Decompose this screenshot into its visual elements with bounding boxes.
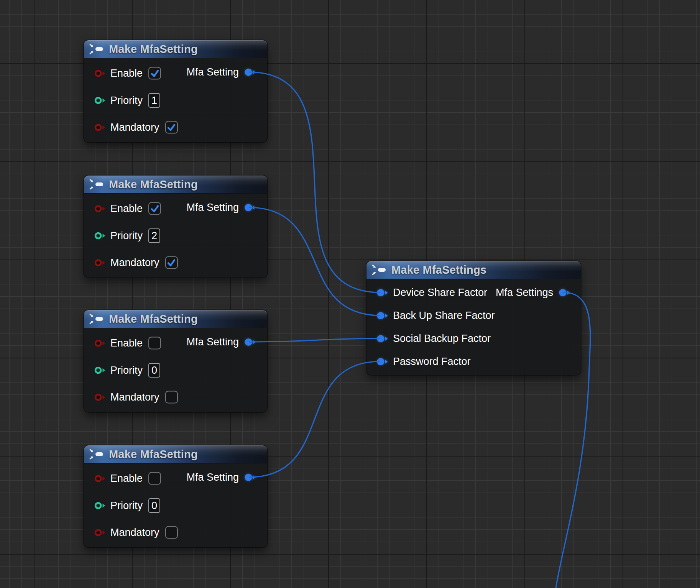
node-title: Make MfaSetting	[109, 178, 198, 191]
pin-label: Enable	[110, 337, 143, 349]
pin-row-output: Mfa Settings	[496, 287, 570, 299]
struct-pin-icon[interactable]	[376, 310, 388, 320]
pin-row-mandatory: Mandatory	[94, 391, 178, 404]
pin-label: Device Share Factor	[393, 287, 487, 299]
node-title: Make MfaSetting	[109, 313, 198, 325]
pin-row-social-backup-factor: Social Backup Factor	[376, 333, 491, 345]
struct-pin-icon[interactable]	[376, 356, 388, 366]
int-pin-icon[interactable]	[94, 501, 105, 510]
node-header[interactable]: Make MfaSetting	[84, 445, 267, 463]
pin-label: Back Up Share Factor	[393, 310, 495, 322]
pin-label: Mfa Settings	[496, 287, 553, 299]
struct-output-pin-icon[interactable]	[244, 202, 256, 212]
node-make-mfasettings[interactable]: Make MfaSettings Device Share Factor Bac…	[366, 261, 581, 375]
pin-label: Mfa Setting	[186, 336, 239, 348]
pin-label: Priority	[110, 500, 143, 512]
node-title: Make MfaSetting	[109, 43, 198, 56]
struct-output-pin-icon[interactable]	[244, 337, 256, 347]
bool-pin-icon[interactable]	[94, 338, 105, 348]
pin-label: Priority	[110, 95, 143, 107]
bool-pin-icon[interactable]	[94, 528, 105, 537]
node-make-mfasetting-3[interactable]: Make MfaSetting Enable Priority 0 Mandat…	[84, 310, 267, 412]
wire[interactable]	[249, 72, 380, 292]
pin-row-back-up-share-factor: Back Up Share Factor	[376, 310, 495, 322]
pin-row-priority: Priority 0	[94, 363, 160, 378]
node-header[interactable]: Make MfaSetting	[84, 40, 267, 58]
make-struct-icon	[89, 449, 105, 460]
pin-row-priority: Priority 1	[94, 93, 160, 108]
pin-row-enable: Enable	[94, 472, 161, 485]
mandatory-checkbox[interactable]	[165, 526, 178, 539]
node-title: Make MfaSetting	[109, 448, 198, 461]
bool-pin-icon[interactable]	[94, 474, 105, 483]
pin-label: Social Backup Factor	[393, 333, 491, 345]
struct-output-pin-icon[interactable]	[244, 67, 256, 77]
struct-output-pin-icon[interactable]	[558, 287, 570, 297]
bool-pin-icon[interactable]	[94, 393, 105, 402]
bool-pin-icon[interactable]	[94, 204, 105, 213]
priority-input[interactable]: 2	[148, 228, 160, 243]
int-pin-icon[interactable]	[94, 366, 105, 375]
pin-row-output: Mfa Setting	[186, 66, 256, 78]
enable-checkbox[interactable]	[148, 337, 161, 350]
pin-label: Mfa Setting	[186, 202, 239, 214]
struct-pin-icon[interactable]	[376, 287, 388, 297]
mandatory-checkbox[interactable]	[165, 121, 178, 134]
pin-row-enable: Enable	[94, 337, 161, 350]
make-struct-icon	[372, 264, 387, 275]
pin-row-output: Mfa Setting	[186, 336, 256, 348]
pin-label: Priority	[110, 365, 143, 376]
make-struct-icon	[89, 314, 105, 324]
pin-row-mandatory: Mandatory	[94, 121, 178, 134]
pin-row-output: Mfa Setting	[186, 202, 256, 214]
make-struct-icon	[89, 44, 105, 54]
int-pin-icon[interactable]	[94, 231, 105, 240]
blueprint-canvas[interactable]: Make MfaSetting Enable Priority 1 Mandat…	[0, 0, 700, 588]
node-make-mfasetting-2[interactable]: Make MfaSetting Enable Priority 2 Mandat…	[84, 176, 267, 278]
bool-pin-icon[interactable]	[94, 123, 105, 132]
make-struct-icon	[89, 179, 105, 190]
pin-row-mandatory: Mandatory	[94, 256, 178, 269]
mandatory-checkbox[interactable]	[165, 256, 178, 269]
pin-row-priority: Priority 0	[94, 498, 160, 513]
pin-row-password-factor: Password Factor	[376, 356, 471, 368]
pin-label: Password Factor	[393, 356, 471, 368]
pin-label: Mandatory	[110, 257, 159, 269]
node-header[interactable]: Make MfaSetting	[84, 176, 267, 193]
mandatory-checkbox[interactable]	[165, 391, 178, 404]
node-title: Make MfaSettings	[391, 264, 486, 276]
pin-row-enable: Enable	[94, 202, 161, 215]
pin-label: Mfa Setting	[186, 471, 239, 483]
int-pin-icon[interactable]	[94, 96, 105, 105]
enable-checkbox[interactable]	[148, 472, 161, 485]
struct-pin-icon[interactable]	[376, 333, 388, 343]
pin-row-output: Mfa Setting	[186, 471, 256, 483]
priority-input[interactable]: 0	[148, 498, 160, 513]
pin-row-enable: Enable	[94, 67, 161, 80]
node-header[interactable]: Make MfaSettings	[366, 261, 581, 279]
bool-pin-icon[interactable]	[94, 258, 105, 267]
pin-label: Mandatory	[110, 527, 159, 539]
pin-label: Mandatory	[110, 122, 159, 133]
node-header[interactable]: Make MfaSetting	[84, 310, 267, 328]
struct-output-pin-icon[interactable]	[244, 472, 256, 482]
enable-checkbox[interactable]	[148, 202, 161, 215]
priority-input[interactable]: 1	[148, 93, 160, 108]
wire[interactable]	[249, 207, 380, 315]
pin-row-device-share-factor: Device Share Factor	[376, 287, 487, 299]
pin-label: Mfa Setting	[186, 66, 239, 78]
bool-pin-icon[interactable]	[94, 69, 105, 78]
node-make-mfasetting-1[interactable]: Make MfaSetting Enable Priority 1 Mandat…	[84, 40, 267, 142]
pin-label: Enable	[110, 203, 143, 215]
pin-label: Enable	[110, 473, 143, 485]
pin-row-priority: Priority 2	[94, 228, 160, 243]
wire[interactable]	[249, 361, 380, 477]
pin-label: Enable	[110, 67, 143, 79]
node-make-mfasetting-4[interactable]: Make MfaSetting Enable Priority 0 Mandat…	[84, 445, 267, 547]
enable-checkbox[interactable]	[148, 67, 161, 80]
pin-row-mandatory: Mandatory	[94, 526, 178, 539]
pin-label: Mandatory	[110, 391, 159, 403]
wire[interactable]	[249, 338, 380, 342]
priority-input[interactable]: 0	[148, 363, 160, 378]
pin-label: Priority	[110, 230, 143, 242]
